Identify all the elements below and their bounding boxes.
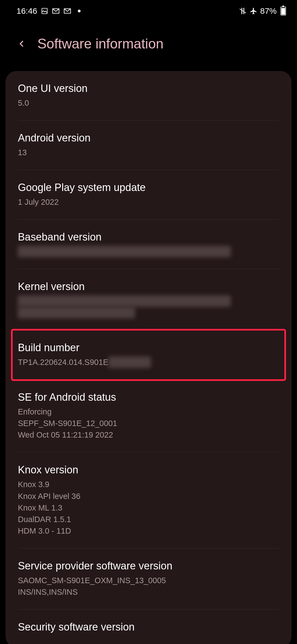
item-value: 1 July 2022 xyxy=(18,196,279,208)
item-title: Kernel version xyxy=(18,281,279,293)
item-value: 5.0 xyxy=(18,97,279,109)
status-left: 16:46 xyxy=(16,6,81,16)
item-value: 13 xyxy=(18,147,279,158)
item-value: XXXXXXXXXXXXXXXXXXXXXXXXXXXXXXXXXXXXXXXX… xyxy=(18,295,279,318)
battery-percent: 87% xyxy=(260,6,277,16)
item-title: Android version xyxy=(18,132,279,144)
list-item[interactable]: Security software version xyxy=(18,610,279,644)
list-item[interactable]: Android version13 xyxy=(18,121,279,170)
item-title: Google Play system update xyxy=(18,182,279,193)
battery-icon xyxy=(280,7,286,15)
item-value: TP1A.220624.014.S901EXXXXXXXX xyxy=(18,356,279,368)
list-item[interactable]: Service provider software versionSAOMC_S… xyxy=(18,549,279,610)
item-value: XXXXXXXXXXXXXXXXXXXXXXXXXXXXXXXXXXXXXXXX xyxy=(18,246,279,257)
mail-icon-2 xyxy=(64,8,71,14)
status-time: 16:46 xyxy=(16,6,37,16)
list-item[interactable]: One UI version5.0 xyxy=(18,71,279,121)
content-panel: One UI version5.0Android version13Google… xyxy=(6,71,292,644)
mail-icon-1 xyxy=(52,8,60,14)
airplane-icon xyxy=(250,7,257,15)
notification-dot-icon xyxy=(78,10,81,12)
item-title: Knox version xyxy=(18,464,279,476)
list-item[interactable]: Google Play system update1 July 2022 xyxy=(18,170,279,220)
list-item[interactable]: Baseband versionXXXXXXXXXXXXXXXXXXXXXXXX… xyxy=(18,220,279,269)
list-item[interactable]: Knox versionKnox 3.9 Knox API level 36 K… xyxy=(18,452,279,548)
status-bar: 16:46 xyxy=(0,0,297,22)
back-icon[interactable] xyxy=(16,39,26,49)
header: Software information xyxy=(0,22,297,71)
item-value: Knox 3.9 Knox API level 36 Knox ML 1.3 D… xyxy=(18,479,279,536)
item-title: SE for Android status xyxy=(18,391,279,403)
page-title: Software information xyxy=(37,36,164,52)
gallery-icon xyxy=(41,7,48,15)
status-right: 87% xyxy=(239,6,286,16)
item-value: SAOMC_SM-S901E_OXM_INS_13_0005 INS/INS,I… xyxy=(18,575,279,598)
item-title: Security software version xyxy=(18,621,279,633)
item-title: Baseband version xyxy=(18,231,279,243)
item-value: Enforcing SEPF_SM-S901E_12_0001 Wed Oct … xyxy=(18,406,279,441)
list-item[interactable]: Kernel versionXXXXXXXXXXXXXXXXXXXXXXXXXX… xyxy=(18,269,279,330)
item-title: Service provider software version xyxy=(18,560,279,572)
vibrate-icon xyxy=(239,7,247,15)
list-item[interactable]: Build numberTP1A.220624.014.S901EXXXXXXX… xyxy=(18,330,279,380)
item-title: One UI version xyxy=(18,83,279,94)
list-item[interactable]: SE for Android statusEnforcing SEPF_SM-S… xyxy=(18,380,279,452)
item-title: Build number xyxy=(18,342,279,354)
